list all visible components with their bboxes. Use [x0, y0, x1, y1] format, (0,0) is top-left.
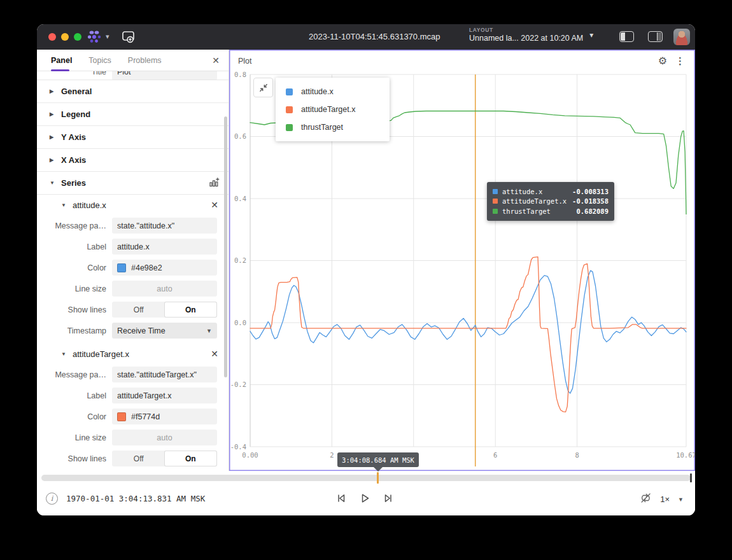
seek-forward-button[interactable] — [382, 492, 395, 507]
section-x-axis[interactable]: ▶ X Axis — [37, 149, 229, 172]
color-swatch[interactable] — [117, 263, 126, 272]
field-label: Message pa… — [37, 221, 112, 230]
section-x-axis-label: X Axis — [61, 155, 86, 165]
section-general[interactable]: ▶ General — [37, 80, 229, 103]
series-entry-name: attitudeTarget.x — [73, 349, 129, 359]
series-entry-attitude-target-x-header[interactable]: ▼ attitudeTarget.x ✕ — [37, 344, 229, 364]
legend-label: thrustTarget — [301, 123, 343, 132]
section-y-axis[interactable]: ▶ Y Axis — [37, 126, 229, 149]
show-lines-row: Show lines Off On — [37, 299, 229, 320]
y-tick-label: 0.8 — [234, 71, 246, 78]
playhead-marker[interactable] — [377, 472, 379, 484]
show-lines-off-option[interactable]: Off — [113, 451, 165, 466]
color-input[interactable]: #4e98e2 — [112, 260, 217, 276]
timeline-scrubber[interactable] — [41, 475, 691, 481]
y-tick-label: -0.4 — [230, 443, 246, 451]
line-size-input[interactable]: auto — [112, 430, 217, 445]
add-series-button[interactable] — [209, 177, 220, 190]
x-tick-label: 2 — [330, 451, 334, 459]
scrubber-hover-time-tooltip: 3:04:08.684 AM MSK — [337, 452, 419, 467]
file-title: 2023-11-10T04:51:45.631370.mcap — [309, 32, 440, 41]
tooltip-series-name: thrustTarget — [502, 207, 551, 215]
message-path-input[interactable]: state."attitude.x" — [112, 218, 217, 234]
field-label: Label — [37, 391, 112, 400]
x-tick-label: 6 — [493, 451, 497, 459]
sidebar-scrollbar[interactable] — [224, 116, 227, 377]
playback-info-icon[interactable]: i — [46, 493, 58, 505]
y-tick-label: 0.2 — [234, 256, 246, 264]
timestamp-select[interactable]: Receive Time ▼ — [112, 323, 217, 339]
label-input[interactable]: attitudeTarget.x — [112, 388, 217, 403]
show-lines-off-option[interactable]: Off — [113, 302, 165, 317]
tooltip-row: attitudeTarget.x-0.018358 — [493, 197, 609, 207]
layout-selector[interactable]: LAYOUT Unnamed la... 2022 at 10:20 AM ▾ — [469, 27, 593, 43]
tab-panel[interactable]: Panel — [51, 50, 72, 71]
remove-series-icon[interactable]: ✕ — [211, 200, 218, 209]
plot-panel-title: Plot — [238, 57, 252, 66]
add-panel-button[interactable] — [121, 30, 136, 46]
section-legend[interactable]: ▶ Legend — [37, 103, 229, 126]
user-avatar[interactable] — [673, 29, 690, 45]
layout-name: Unnamed la... 2022 at 10:20 AM — [469, 34, 583, 43]
legend-item[interactable]: attitudeTarget.x — [276, 101, 390, 118]
section-legend-label: Legend — [61, 109, 90, 119]
legend-item[interactable]: attitude.x — [276, 83, 390, 100]
section-series[interactable]: ▼ Series — [37, 172, 229, 195]
label-input[interactable]: attitude.x — [112, 239, 217, 255]
panel-settings-gear-icon[interactable]: ⚙ — [658, 55, 667, 67]
playback-speed-value[interactable]: 1× — [660, 494, 670, 504]
minimize-window-button[interactable] — [61, 33, 69, 41]
title-field-input[interactable]: Plot — [112, 71, 217, 80]
loop-playback-off-button[interactable] — [640, 492, 652, 507]
tooltip-row: thrustTarget0.682089 — [493, 206, 609, 216]
field-label: Line size — [37, 284, 112, 293]
playback-bar: i 1970-01-01 3:04:13.831 AM MSK — [37, 471, 695, 515]
tooltip-row: attitude.x-0.008313 — [493, 186, 609, 197]
timestamp-selected-value: Receive Time — [117, 326, 165, 335]
right-sidebar-toggle-button[interactable] — [648, 31, 663, 42]
tooltip-series-value: -0.008313 — [572, 188, 609, 195]
series-entry-attitude-x-header[interactable]: ▼ attitude.x ✕ — [37, 195, 229, 215]
field-label: Message pa… — [37, 370, 112, 379]
seek-backward-button[interactable] — [335, 492, 348, 507]
chevron-right-icon: ▶ — [50, 88, 55, 94]
line-size-input[interactable]: auto — [112, 281, 217, 297]
sidebar-close-icon[interactable]: ✕ — [212, 56, 220, 65]
tab-topics[interactable]: Topics — [88, 50, 111, 71]
show-lines-on-option[interactable]: On — [165, 302, 217, 317]
title-field-label: Title — [37, 71, 112, 76]
line-size-row: Line size auto — [37, 278, 229, 299]
message-path-input[interactable]: state."attitudeTarget.x" — [112, 367, 217, 382]
panel-menu-icon[interactable]: ⋮ — [675, 55, 685, 67]
legend-collapse-button[interactable] — [253, 78, 273, 97]
chevron-right-icon: ▶ — [50, 134, 55, 140]
collapse-arrows-icon — [258, 83, 269, 93]
tooltip-series-swatch-icon — [493, 209, 498, 214]
tooltip-series-value: 0.682089 — [576, 207, 609, 215]
play-button[interactable] — [358, 492, 371, 507]
remove-series-icon[interactable]: ✕ — [211, 349, 218, 358]
app-window: ▾ 2023-11-10T04:51:45.631370.mcap LAYOUT… — [37, 24, 695, 515]
left-sidebar-toggle-button[interactable] — [619, 31, 634, 42]
legend-item[interactable]: thrustTarget — [276, 119, 390, 136]
x-tick-label: 10.67 — [676, 451, 695, 459]
zoom-window-button[interactable] — [74, 33, 81, 41]
timeline-end-marker — [690, 473, 692, 482]
legend-swatch-icon[interactable] — [286, 124, 293, 131]
layout-chevron-icon: ▾ — [589, 31, 593, 39]
tab-problems[interactable]: Problems — [128, 50, 162, 71]
speed-dropdown-chevron-icon[interactable]: ▼ — [678, 496, 684, 503]
close-window-button[interactable] — [48, 33, 56, 41]
legend-swatch-icon[interactable] — [286, 88, 293, 95]
show-lines-on-option[interactable]: On — [165, 451, 217, 466]
y-tick-label: -0.2 — [230, 381, 246, 388]
chevron-down-icon: ▼ — [206, 328, 212, 334]
plot-legend[interactable]: attitude.xattitudeTarget.xthrustTarget — [276, 78, 390, 141]
color-row: Color #f5774d — [37, 406, 229, 427]
data-source-chevron-icon[interactable]: ▾ — [106, 32, 109, 41]
color-swatch[interactable] — [117, 412, 126, 421]
foxglove-logo-icon[interactable] — [87, 30, 102, 46]
color-input[interactable]: #f5774d — [112, 409, 217, 424]
legend-swatch-icon[interactable] — [286, 106, 293, 113]
title-field-row-clipped: Title Plot — [37, 71, 229, 80]
